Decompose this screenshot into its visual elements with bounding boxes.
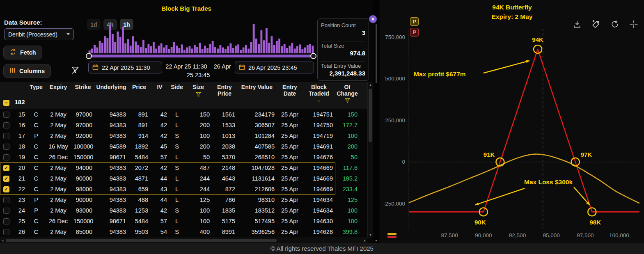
cell-price: 488 <box>128 195 150 205</box>
slider-handle-left[interactable] <box>86 53 92 59</box>
checkbox-cell: ✓ <box>0 184 12 195</box>
row-checkbox[interactable]: ✓ <box>3 176 9 182</box>
cell-strike: 92000 <box>71 130 94 141</box>
cell-row-number: 17 <box>12 130 27 141</box>
col-header-entry-value[interactable]: Entry Value <box>237 82 277 109</box>
col-header-side[interactable]: Side <box>169 82 185 109</box>
cell-type: C <box>27 227 45 237</box>
fetch-button[interactable]: Fetch <box>3 46 42 59</box>
row-checkbox[interactable] <box>3 154 9 160</box>
scroll-left-arrow[interactable]: ◄ <box>0 238 5 243</box>
legend-toggle-position-red[interactable]: P <box>410 28 419 37</box>
download-icon[interactable] <box>573 20 582 29</box>
sort-ascending-icon[interactable]: ↑ <box>318 98 321 103</box>
col-header-block-tradeid[interactable]: Block TradeId ↑ <box>303 82 335 109</box>
col-header-iv[interactable]: IV <box>150 82 169 109</box>
row-checkbox[interactable] <box>3 218 9 224</box>
col-header-size[interactable]: Size <box>185 82 212 109</box>
close-panel-button[interactable]: × <box>368 14 378 24</box>
table-row[interactable]: 17P2 May920009438391442S100101310128425 … <box>0 130 367 141</box>
select-all-checkbox[interactable]: − <box>3 100 9 106</box>
scroll-up-arrow[interactable]: ▲ <box>368 83 373 86</box>
cell-entry-value: 306507 <box>237 120 277 130</box>
row-checkbox[interactable] <box>3 122 9 128</box>
cell-price: 1892 <box>128 141 150 152</box>
slider-track[interactable] <box>87 55 315 57</box>
col-header-entry-price[interactable]: Entry Price <box>212 82 237 109</box>
col-header-oi-change[interactable]: OI Change <box>335 82 360 109</box>
row-checkbox[interactable] <box>3 133 9 139</box>
table-row[interactable]: ✓22C2 May980009438365943L24487221260625 … <box>0 184 367 195</box>
col-header-underlying[interactable]: Underlying <box>94 82 128 109</box>
table-row[interactable]: 23P2 May900009438348844L1257869831025 Ap… <box>0 195 367 205</box>
horizontal-scroll-thumb[interactable] <box>6 239 277 242</box>
filter-icon[interactable] <box>196 92 201 98</box>
table-row[interactable]: 25C26 Dec15000098671548457L1005175517495… <box>0 216 367 227</box>
table-row[interactable]: 26C2 May8500094383950354S400899135962562… <box>0 227 367 237</box>
slider-handle-right[interactable] <box>310 53 316 59</box>
scroll-down-arrow[interactable]: ▼ <box>368 233 373 236</box>
cell-type: C <box>27 120 45 130</box>
horizontal-scrollbar[interactable]: ◄ ► <box>0 238 367 243</box>
table-row[interactable]: ✓20C2 May9400094383207242S48721481047028… <box>0 162 367 173</box>
checkbox-cell <box>0 195 12 205</box>
divider-scroll-thumb[interactable] <box>376 24 377 83</box>
table-row[interactable]: 24P2 May9300094383125342S100183518351225… <box>0 205 367 216</box>
time-range-slider[interactable] <box>87 53 315 59</box>
table-row[interactable]: 19C26 Dec15000098671548457L5053702685102… <box>0 152 367 162</box>
trades-table-body: 15C2 May970009438389142L150156123417925 … <box>0 109 367 243</box>
col-header-entry-date[interactable]: Entry Date <box>277 82 303 109</box>
filter-clear-icon[interactable] <box>71 66 80 76</box>
table-row[interactable]: ✓21C2 May9000094383487144L24446431131614… <box>0 173 367 184</box>
volume-histogram[interactable] <box>88 21 314 53</box>
calendar-icon <box>239 64 245 71</box>
range-start-input[interactable]: 22 Apr 2025 11:30 <box>88 62 162 73</box>
table-row[interactable]: 16C2 May970009438389142L200153330650725 … <box>0 120 367 130</box>
cell-row-number: 20 <box>12 162 27 173</box>
scroll-right-arrow[interactable]: ► <box>362 238 367 243</box>
chevron-down-icon <box>66 33 70 35</box>
col-header-price[interactable]: Price <box>128 82 150 109</box>
cell-row-number: 26 <box>12 227 27 237</box>
cell-expiry: 2 May <box>45 195 71 205</box>
table-row[interactable]: 15C2 May970009438389142L150156123417925 … <box>0 109 367 120</box>
cell-oi-change: 233.4 <box>335 184 360 195</box>
payoff-chart[interactable]: 750,000500,000250,0000-250,00087,50090,0… <box>380 0 644 243</box>
row-checkbox[interactable] <box>3 229 9 235</box>
divider-scroll-down-arrow[interactable]: ▼ <box>373 239 380 242</box>
crosshair-icon[interactable] <box>629 20 638 29</box>
filter-icon[interactable] <box>345 98 350 105</box>
cell-entry-price: 5175 <box>212 216 237 227</box>
cell-expiry: 26 Dec <box>45 152 71 162</box>
table-row[interactable]: 18C16 May10000094589189245S2002038407585… <box>0 141 367 152</box>
calendar-icon <box>92 64 99 71</box>
col-header-expiry[interactable]: Expiry <box>45 82 71 109</box>
cell-block-tradeid: 194691 <box>303 141 335 152</box>
row-checkbox[interactable] <box>3 208 9 214</box>
series-bars-icon[interactable] <box>387 233 396 238</box>
cell-price: 891 <box>128 120 150 130</box>
row-checkbox[interactable] <box>3 144 9 150</box>
row-checkbox[interactable] <box>3 112 9 118</box>
columns-button[interactable]: Columns <box>3 64 51 78</box>
data-source-select[interactable]: Deribit (Processed) <box>4 28 74 40</box>
vertical-scroll-thumb[interactable] <box>369 89 372 142</box>
range-end-input[interactable]: 26 Apr 2025 23:45 <box>235 62 314 73</box>
row-checkbox[interactable]: ✓ <box>3 165 9 171</box>
row-checkbox[interactable] <box>3 197 9 203</box>
col-header-strike[interactable]: Strike <box>71 82 94 109</box>
vertical-scrollbar[interactable]: ▲ ▼ <box>367 82 373 238</box>
trades-table-header: − 182 Type Expiry Strike Underlying Pric… <box>0 82 367 109</box>
cell-iv: 42 <box>150 120 169 130</box>
tag-plus-icon[interactable] <box>591 20 600 29</box>
position-count-label: Position Count <box>321 22 365 28</box>
checkbox-cell <box>0 216 12 227</box>
cell-underlying: 94589 <box>94 141 128 152</box>
cell-iv: 44 <box>150 195 169 205</box>
row-checkbox[interactable]: ✓ <box>3 186 9 192</box>
y-tick-label: 250,000 <box>385 117 405 124</box>
reset-icon[interactable] <box>610 20 619 29</box>
total-size-label: Total Size <box>321 43 365 49</box>
col-header-type[interactable]: Type <box>27 82 45 109</box>
legend-toggle-position-gold[interactable]: P <box>410 17 419 26</box>
